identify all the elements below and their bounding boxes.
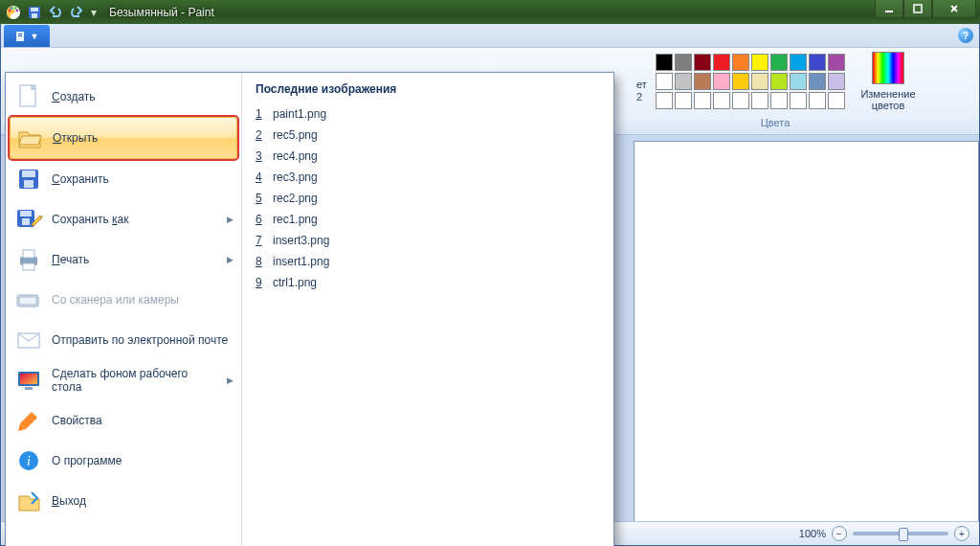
color-swatch[interactable] <box>675 92 692 109</box>
recent-file-name: insert1.png <box>273 255 329 268</box>
recent-file-item[interactable]: 9ctrl1.png <box>256 272 600 293</box>
recent-file-name: ctrl1.png <box>273 276 317 289</box>
color-swatch[interactable] <box>751 54 768 71</box>
recent-file-item[interactable]: 4rec3.png <box>256 167 600 188</box>
color-swatch[interactable] <box>809 54 826 71</box>
color-swatch[interactable] <box>790 92 807 109</box>
svg-rect-11 <box>18 34 22 34</box>
file-menu-item-mail[interactable]: Отправить по электронной почте <box>6 320 241 360</box>
color-swatch[interactable] <box>732 92 749 109</box>
file-menu-item-label: Сохранить как <box>52 213 128 226</box>
recent-file-index: 2 <box>256 128 265 142</box>
color-swatch[interactable] <box>713 54 730 71</box>
recent-file-index: 4 <box>256 171 265 184</box>
file-menu-item-label: Создать <box>52 90 96 103</box>
recent-file-item[interactable]: 6rec1.png <box>256 209 600 230</box>
color-swatch[interactable] <box>732 54 749 71</box>
recent-file-item[interactable]: 8insert1.png <box>256 251 600 272</box>
file-menu-item-about[interactable]: iО программе <box>6 441 241 481</box>
color-swatch[interactable] <box>828 73 845 90</box>
file-menu-item-new[interactable]: Создать <box>6 77 241 117</box>
color-swatch[interactable] <box>732 73 749 90</box>
color-swatch[interactable] <box>751 73 768 90</box>
file-menu-item-exit[interactable]: Выход <box>6 481 241 521</box>
edit-colors-button[interactable]: Изменение цветов <box>855 52 922 111</box>
color-swatch[interactable] <box>694 73 711 90</box>
paint-app-icon[interactable] <box>4 4 23 21</box>
submenu-arrow-icon: ▶ <box>227 255 234 264</box>
svg-point-1 <box>9 9 11 11</box>
recent-file-index: 3 <box>256 149 265 163</box>
recent-file-index: 9 <box>256 276 265 289</box>
color-swatch[interactable] <box>751 92 768 109</box>
color-swatch[interactable] <box>828 92 845 109</box>
file-menu: СоздатьОткрытьСохранитьСохранить как▶Печ… <box>5 72 614 546</box>
saveas-icon <box>15 206 42 233</box>
qat-save-icon[interactable] <box>25 4 44 21</box>
color-swatch[interactable] <box>770 54 788 71</box>
maximize-button[interactable] <box>903 0 932 18</box>
svg-rect-20 <box>20 211 32 216</box>
qat-customize-icon[interactable]: ▾ <box>88 4 100 21</box>
color-swatch[interactable] <box>675 54 692 71</box>
zoom-out-button[interactable]: − <box>832 526 847 541</box>
file-menu-item-desktop[interactable]: Сделать фоном рабочего стола▶ <box>6 360 241 400</box>
svg-rect-26 <box>20 298 35 304</box>
recent-file-index: 8 <box>256 255 265 268</box>
close-button[interactable] <box>932 0 976 18</box>
svg-rect-6 <box>31 8 38 11</box>
file-menu-recent-panel: Последние изображения 1paint1.png2rec5.p… <box>242 73 613 546</box>
minimize-button[interactable] <box>875 0 903 18</box>
color-swatch[interactable] <box>770 92 788 109</box>
recent-file-item[interactable]: 7insert3.png <box>256 230 600 251</box>
color-swatch[interactable] <box>656 73 673 90</box>
recent-file-item[interactable]: 1paint1.png <box>256 103 600 125</box>
color-swatch[interactable] <box>713 73 730 90</box>
svg-rect-7 <box>32 13 37 18</box>
file-menu-item-print[interactable]: Печать▶ <box>6 239 241 280</box>
color-swatch[interactable] <box>809 92 826 109</box>
color-swatch[interactable] <box>694 92 711 109</box>
svg-rect-18 <box>24 180 33 188</box>
recent-file-item[interactable]: 3rec4.png <box>256 146 600 167</box>
canvas[interactable] <box>634 141 979 526</box>
file-menu-item-scan: Со сканера или камеры <box>6 280 241 320</box>
color-swatch[interactable] <box>828 54 845 71</box>
color-swatch[interactable] <box>694 54 711 71</box>
recent-file-name: paint1.png <box>273 107 326 121</box>
file-menu-item-saveas[interactable]: Сохранить как▶ <box>6 199 241 239</box>
recent-file-name: rec4.png <box>273 149 318 163</box>
window-title: Безымянный - Paint <box>109 6 214 19</box>
color-swatch[interactable] <box>790 73 807 90</box>
color-swatch[interactable] <box>770 73 788 90</box>
file-menu-item-label: О программе <box>52 454 122 467</box>
recent-file-item[interactable]: 2rec5.png <box>256 125 600 146</box>
about-icon: i <box>15 447 42 474</box>
svg-point-2 <box>11 7 13 10</box>
zoom-slider[interactable] <box>853 532 948 535</box>
recent-file-item[interactable]: 5rec2.png <box>256 188 600 209</box>
color-swatch[interactable] <box>675 73 692 90</box>
svg-point-3 <box>14 7 17 10</box>
file-menu-item-save[interactable]: Сохранить <box>6 159 241 199</box>
file-tab[interactable]: ▼ <box>4 25 50 47</box>
recent-file-name: rec1.png <box>273 213 318 226</box>
color-palette[interactable] <box>656 54 845 109</box>
color-swatch[interactable] <box>656 54 673 71</box>
file-menu-item-open[interactable]: Открыть <box>10 117 237 159</box>
recent-file-index: 1 <box>256 107 265 121</box>
file-menu-item-props[interactable]: Свойства <box>6 400 241 441</box>
file-menu-item-label: Печать <box>52 253 89 266</box>
color-swatch[interactable] <box>809 73 826 90</box>
svg-rect-12 <box>18 35 22 36</box>
qat-redo-icon[interactable] <box>67 4 86 21</box>
color-swatch[interactable] <box>713 92 730 109</box>
qat-undo-icon[interactable] <box>46 4 65 21</box>
truncated-color2-label: ет 2 <box>636 50 650 103</box>
zoom-in-button[interactable]: + <box>954 526 969 541</box>
help-icon[interactable]: ? <box>958 28 973 43</box>
svg-rect-21 <box>22 218 30 225</box>
client-area: ▼ ? ет 2 Изменение цветов Цвета <box>0 24 980 546</box>
color-swatch[interactable] <box>656 92 673 109</box>
color-swatch[interactable] <box>790 54 807 71</box>
